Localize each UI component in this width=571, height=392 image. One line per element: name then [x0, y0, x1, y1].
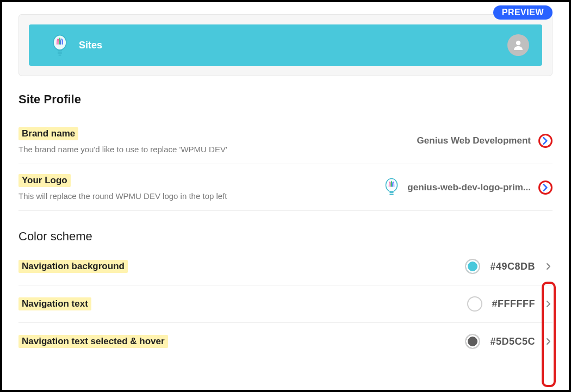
section-title-site-profile: Site Profile [18, 92, 553, 107]
your-logo-label: Your Logo [18, 174, 71, 187]
row-nav-text-hover[interactable]: Navigation text selected & hover #5D5C5C [18, 323, 553, 360]
nav-text-hover-label: Navigation text selected & hover [18, 335, 168, 348]
row-right: genius-web-dev-logo-prim... [383, 178, 553, 197]
chevron-right-icon[interactable] [545, 263, 553, 270]
brand-name-label: Brand name [18, 127, 78, 140]
your-logo-value: genius-web-dev-logo-prim... [407, 182, 531, 193]
svg-rect-7 [390, 194, 394, 195]
nav-text-label: Navigation text [18, 297, 91, 310]
color-swatch-icon [465, 334, 480, 349]
brand-name-desc: The brand name you'd like to use to repl… [18, 145, 406, 154]
avatar-icon[interactable] [507, 34, 529, 56]
svg-rect-6 [390, 191, 394, 192]
nav-left: Sites [51, 36, 102, 54]
row-left: Your Logo This will replace the round WP… [18, 174, 373, 201]
row-left: Brand name The brand name you'd like to … [18, 127, 406, 154]
row-your-logo[interactable]: Your Logo This will replace the round WP… [18, 164, 553, 211]
nav-background-label: Navigation background [18, 260, 128, 273]
nav-text-hover-hex: #5D5C5C [490, 336, 535, 347]
row-brand-name[interactable]: Brand name The brand name you'd like to … [18, 117, 553, 164]
row-nav-background[interactable]: Navigation background #49C8DB [18, 248, 553, 285]
svg-rect-2 [58, 52, 62, 54]
svg-point-4 [516, 41, 520, 45]
svg-rect-1 [58, 50, 62, 52]
row-right: #49C8DB [465, 259, 553, 274]
brand-logo-icon [51, 36, 69, 54]
chevron-right-icon[interactable] [538, 134, 553, 148]
row-nav-text[interactable]: Navigation text #FFFFFF [18, 285, 553, 323]
chevron-right-icon[interactable] [545, 300, 553, 308]
nav-text-hex: #FFFFFF [492, 298, 535, 310]
chevron-right-icon[interactable] [538, 181, 553, 195]
color-swatch-icon [465, 259, 480, 274]
row-right: #5D5C5C [465, 334, 553, 349]
color-swatch-icon [467, 296, 482, 312]
preview-badge: PREVIEW [493, 5, 553, 20]
brand-name-value: Genius Web Development [417, 135, 531, 146]
svg-rect-3 [58, 54, 61, 55]
row-right: Genius Web Development [417, 134, 553, 148]
chevron-right-icon[interactable] [545, 338, 553, 345]
row-right: #FFFFFF [467, 296, 553, 312]
section-title-color-scheme: Color scheme [18, 229, 553, 244]
logo-thumbnail-icon [383, 178, 400, 197]
nav-preview-bar: Sites [29, 24, 542, 66]
nav-title: Sites [79, 40, 102, 51]
preview-panel: Sites [18, 14, 553, 76]
your-logo-desc: This will replace the round WPMU DEV log… [18, 191, 373, 201]
nav-background-hex: #49C8DB [490, 261, 535, 272]
